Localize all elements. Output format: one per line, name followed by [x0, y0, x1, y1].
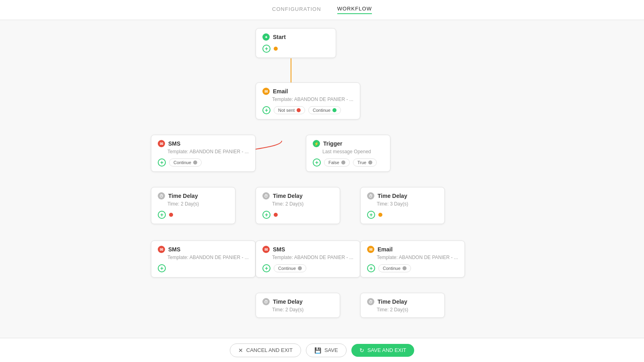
save-exit-label: SAVE AND EXIT	[367, 347, 407, 353]
sms3-add-button[interactable]: +	[262, 264, 270, 272]
node-timedelay3: ⏱ Time Delay Time: 3 Day(s) +	[360, 187, 445, 224]
bottom-bar: ✕ CANCEL AND EXIT 💾 SAVE ↻ SAVE AND EXIT	[0, 338, 644, 362]
sms3-label: SMS	[273, 246, 285, 253]
timedelay1-add-button[interactable]: +	[158, 211, 166, 219]
sms1-continue-button[interactable]: Continue	[169, 158, 202, 167]
save-exit-icon: ↻	[359, 347, 364, 354]
timedelay5-label: Time Delay	[378, 298, 407, 305]
cancel-exit-button[interactable]: ✕ CANCEL AND EXIT	[230, 343, 301, 357]
timedelay5-icon: ⏱	[367, 298, 374, 305]
timedelay2-label: Time Delay	[273, 193, 303, 199]
timedelay1-subtitle: Time: 2 Day(s)	[167, 201, 229, 207]
timedelay5-subtitle: Time: 2 Day(s)	[377, 307, 438, 313]
timedelay2-output-dot	[274, 213, 278, 217]
cancel-label: CANCEL AND EXIT	[246, 347, 293, 353]
email2-add-button[interactable]: +	[367, 264, 375, 272]
sms1-subtitle: Template: ABANDON DE PANIER - ...	[167, 149, 249, 154]
save-button[interactable]: 💾 SAVE	[306, 343, 347, 357]
node-email1: ✉ Email Template: ABANDON DE PANIER - ..…	[256, 82, 360, 119]
trigger1-true-button[interactable]: True	[353, 158, 377, 167]
sms1-icon: ✉	[158, 140, 165, 147]
sms1-label: SMS	[168, 140, 180, 147]
sms2-label: SMS	[168, 246, 180, 253]
timedelay2-add-button[interactable]: +	[262, 211, 270, 219]
tab-workflow[interactable]: WORKFLOW	[337, 6, 372, 14]
sms2-icon: ✉	[158, 246, 165, 253]
email2-subtitle: Template: ABANDON DE PANIER - ...	[377, 255, 458, 260]
email2-continue-button[interactable]: Continue	[378, 264, 411, 272]
workflow-canvas: ✦ Start + ✉ Email Template: ABANDON DE P…	[0, 20, 644, 338]
timedelay4-label: Time Delay	[273, 298, 303, 305]
trigger1-false-button[interactable]: False	[324, 158, 350, 167]
email1-label: Email	[273, 88, 288, 95]
email1-notsent-button[interactable]: Not sent	[274, 106, 305, 114]
node-email2: ✉ Email Template: ABANDON DE PANIER - ..…	[360, 241, 465, 278]
email1-subtitle: Template: ABANDON DE PANIER - ...	[272, 97, 353, 102]
node-timedelay2: ⏱ Time Delay Time: 2 Day(s) +	[256, 187, 340, 224]
timedelay4-subtitle: Time: 2 Day(s)	[272, 307, 333, 313]
sms3-icon: ✉	[262, 246, 270, 253]
timedelay1-output-dot	[169, 213, 173, 217]
email1-continue-button[interactable]: Continue	[308, 106, 341, 114]
trigger1-label: Trigger	[323, 140, 342, 147]
timedelay3-label: Time Delay	[378, 193, 407, 199]
trigger1-add-button[interactable]: +	[313, 158, 321, 167]
node-timedelay5: ⏱ Time Delay Time: 2 Day(s)	[360, 293, 445, 318]
timedelay2-icon: ⏱	[262, 192, 270, 200]
timedelay3-add-button[interactable]: +	[367, 211, 375, 219]
start-output-dot	[274, 47, 278, 51]
sms2-add-button[interactable]: +	[158, 264, 166, 272]
sms1-add-button[interactable]: +	[158, 158, 166, 167]
node-timedelay4: ⏱ Time Delay Time: 2 Day(s)	[256, 293, 340, 318]
node-timedelay1: ⏱ Time Delay Time: 2 Day(s) +	[151, 187, 235, 224]
node-sms3: ✉ SMS Template: ABANDON DE PANIER - ... …	[256, 241, 360, 278]
node-sms1: ✉ SMS Template: ABANDON DE PANIER - ... …	[151, 135, 256, 172]
save-exit-button[interactable]: ↻ SAVE AND EXIT	[351, 344, 415, 357]
start-add-button[interactable]: +	[262, 45, 270, 53]
email1-add-button[interactable]: +	[262, 106, 270, 114]
sms3-subtitle: Template: ABANDON DE PANIER - ...	[272, 255, 353, 260]
node-trigger1: ⚡ Trigger Last message Opened + False Tr…	[306, 135, 390, 172]
cancel-icon: ✕	[238, 347, 243, 354]
save-label: SAVE	[324, 347, 338, 353]
timedelay4-icon: ⏱	[262, 298, 270, 305]
sms2-subtitle: Template: ABANDON DE PANIER - ...	[167, 255, 249, 260]
timedelay1-icon: ⏱	[158, 192, 165, 200]
node-sms2: ✉ SMS Template: ABANDON DE PANIER - ... …	[151, 241, 256, 278]
timedelay3-icon: ⏱	[367, 192, 374, 200]
start-label: Start	[273, 34, 286, 40]
email2-icon: ✉	[367, 246, 374, 253]
tab-configuration[interactable]: CONFIGURATION	[272, 6, 321, 14]
timedelay3-subtitle: Time: 3 Day(s)	[377, 201, 438, 207]
timedelay2-subtitle: Time: 2 Day(s)	[272, 201, 333, 207]
sms3-continue-button[interactable]: Continue	[274, 264, 306, 272]
start-icon: ✦	[262, 33, 270, 41]
header: CONFIGURATION WORKFLOW	[0, 0, 644, 20]
email2-label: Email	[378, 246, 392, 253]
trigger1-subtitle: Last message Opened	[322, 149, 384, 154]
timedelay3-output-dot	[378, 213, 382, 217]
timedelay1-label: Time Delay	[168, 193, 198, 199]
connectors-svg	[0, 20, 644, 338]
node-start: ✦ Start +	[256, 28, 336, 58]
email1-icon: ✉	[262, 88, 270, 95]
trigger1-icon: ⚡	[313, 140, 320, 147]
save-icon: 💾	[314, 347, 321, 354]
